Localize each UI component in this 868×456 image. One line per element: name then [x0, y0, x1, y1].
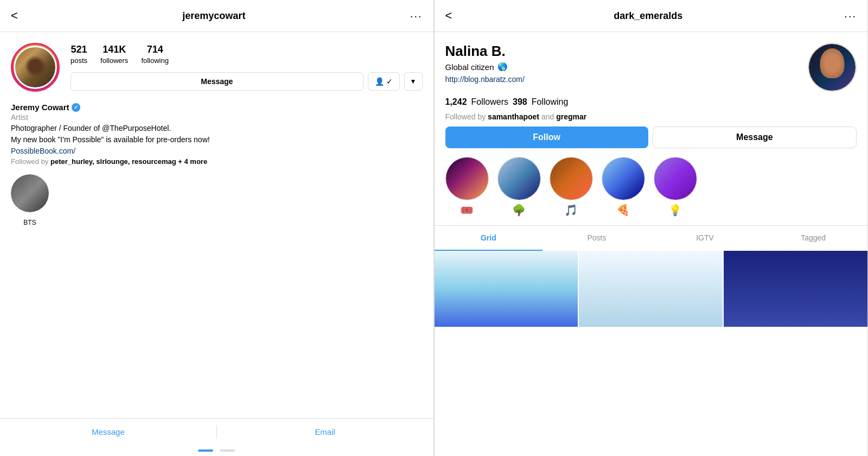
followers-label: followers [100, 56, 128, 65]
story-emoji-3: 🎵 [564, 204, 578, 217]
avatar-left[interactable] [11, 43, 60, 92]
story-image-1 [446, 157, 488, 200]
bio-label-left: Artist [11, 113, 423, 122]
story-item-5[interactable]: 💡 [654, 157, 697, 217]
message-button-left[interactable]: Message [71, 72, 363, 91]
username-left: jeremycowart [182, 10, 245, 22]
avatar-image-right [809, 44, 856, 91]
right-profile-section: Nalina B. Global citizen 🌎 http://blog.n… [435, 32, 868, 148]
profile-name-right: Nalina B. [445, 43, 808, 60]
right-profile-top: Nalina B. Global citizen 🌎 http://blog.n… [445, 43, 857, 92]
left-action-buttons: Message 👤 ✓ ▼ [71, 72, 423, 91]
followers-names-left: peter_hurley, slrlounge, resourcemag + 4… [50, 157, 207, 166]
bottom-email-button[interactable]: Email [217, 419, 433, 445]
posts-stat[interactable]: 521 posts [71, 44, 87, 65]
grid-cell-2[interactable] [579, 251, 723, 327]
story-emoji-2: 🌳 [512, 204, 526, 217]
bottom-indicators [0, 445, 433, 456]
story-highlights-right: 🎟️ 🌳 🎵 🍕 💡 [435, 148, 868, 221]
more-options-left[interactable]: ··· [410, 10, 423, 22]
story-image-bts [11, 174, 49, 212]
following-label-right: Following [532, 97, 569, 107]
left-panel: < jeremycowart ··· 521 posts 141K fol [0, 0, 434, 456]
stats-row-right: 1,242 Followers 398 Following [445, 97, 857, 107]
bio-text-left: Photographer / Founder of @ThePurposeHot… [11, 123, 423, 145]
username-right: dark_emeralds [614, 10, 682, 22]
story-item-1[interactable]: 🎟️ [445, 157, 489, 217]
story-image-5 [654, 157, 697, 200]
right-action-buttons: Follow Message [445, 126, 857, 148]
story-item-2[interactable]: 🌳 [497, 157, 541, 217]
story-item-4[interactable]: 🍕 [602, 157, 645, 217]
avatar-right[interactable] [808, 43, 857, 92]
followers-count-right[interactable]: 1,242 [445, 97, 467, 107]
story-label-bts: BTS [23, 219, 36, 226]
grid-preview [435, 251, 868, 456]
dropdown-button[interactable]: ▼ [404, 72, 423, 91]
tab-tagged[interactable]: Tagged [759, 226, 867, 251]
person-icon: 👤 [375, 77, 384, 86]
bottom-actions-left: Message Email [0, 418, 433, 445]
story-circle-5 [654, 157, 697, 200]
left-profile-top: 521 posts 141K followers 714 following M… [11, 43, 423, 92]
following-count-right[interactable]: 398 [513, 97, 527, 107]
globe-emoji: 🌎 [497, 62, 508, 72]
more-options-right[interactable]: ··· [844, 10, 857, 22]
indicator-1 [198, 449, 213, 452]
grid-tabs: Grid Posts IGTV Tagged [435, 225, 868, 251]
story-circle-bts [11, 174, 49, 212]
story-circle-3 [550, 157, 593, 200]
left-bio-section: Jeremy Cowart ✓ Artist Photographer / Fo… [11, 103, 423, 166]
story-circle-1 [445, 157, 489, 200]
person-follow-button[interactable]: 👤 ✓ [368, 72, 400, 91]
story-item-3[interactable]: 🎵 [550, 157, 593, 217]
profile-name-left: Jeremy Cowart ✓ [11, 103, 423, 112]
followers-stat[interactable]: 141K followers [100, 44, 128, 65]
story-circle-2 [497, 157, 541, 200]
right-panel: < dark_emeralds ··· Nalina B. Global cit… [434, 0, 869, 456]
story-emoji-4: 🍕 [616, 204, 630, 217]
story-image-2 [498, 157, 540, 200]
following-stat[interactable]: 714 following [141, 44, 169, 65]
posts-count: 521 [71, 44, 87, 55]
left-header: < jeremycowart ··· [0, 0, 433, 32]
profile-link-left[interactable]: PossibleBook.com/ [11, 147, 423, 155]
verified-badge-left: ✓ [72, 103, 80, 112]
tab-igtv[interactable]: IGTV [651, 226, 760, 251]
avatar-inner-left [14, 46, 57, 89]
left-profile-section: 521 posts 141K followers 714 following M… [0, 32, 433, 166]
story-emoji-5: 💡 [668, 204, 682, 217]
posts-label: posts [71, 56, 87, 65]
avatar-image-left [15, 47, 55, 87]
following-count: 714 [147, 44, 163, 55]
tab-posts[interactable]: Posts [542, 226, 651, 251]
profile-bio-right: Global citizen 🌎 [445, 62, 808, 72]
followed-by-right: Followed by samanthapoet and gregmar [445, 112, 857, 121]
indicator-2 [220, 449, 235, 452]
message-button-right[interactable]: Message [653, 126, 857, 148]
stats-row-left: 521 posts 141K followers 714 following [71, 44, 423, 65]
following-label: following [141, 56, 169, 65]
profile-link-right[interactable]: http://blog.nbaratz.com/ [445, 75, 808, 84]
right-profile-info: Nalina B. Global citizen 🌎 http://blog.n… [445, 43, 808, 84]
followed-user-2[interactable]: gregmar [556, 112, 586, 121]
grid-cell-1[interactable] [435, 251, 578, 327]
story-image-3 [550, 157, 592, 200]
story-highlights-left: BTS [0, 166, 433, 226]
followed-user-1[interactable]: samanthapoet [488, 112, 539, 121]
back-button-left[interactable]: < [11, 9, 18, 23]
story-circle-4 [602, 157, 645, 200]
story-image-4 [602, 157, 644, 200]
story-item-bts[interactable]: BTS [11, 174, 49, 226]
bottom-message-button[interactable]: Message [0, 419, 216, 445]
followers-count: 141K [103, 44, 126, 55]
followers-label-right: Followers [471, 97, 508, 107]
back-button-right[interactable]: < [445, 9, 452, 23]
followed-by-left: Followed by peter_hurley, slrlounge, res… [11, 157, 423, 166]
follow-button[interactable]: Follow [445, 126, 648, 148]
right-header: < dark_emeralds ··· [435, 0, 868, 32]
story-emoji-1: 🎟️ [460, 204, 474, 217]
tab-grid[interactable]: Grid [435, 226, 543, 251]
grid-cell-3[interactable] [724, 251, 867, 327]
check-icon: ✓ [386, 77, 393, 86]
